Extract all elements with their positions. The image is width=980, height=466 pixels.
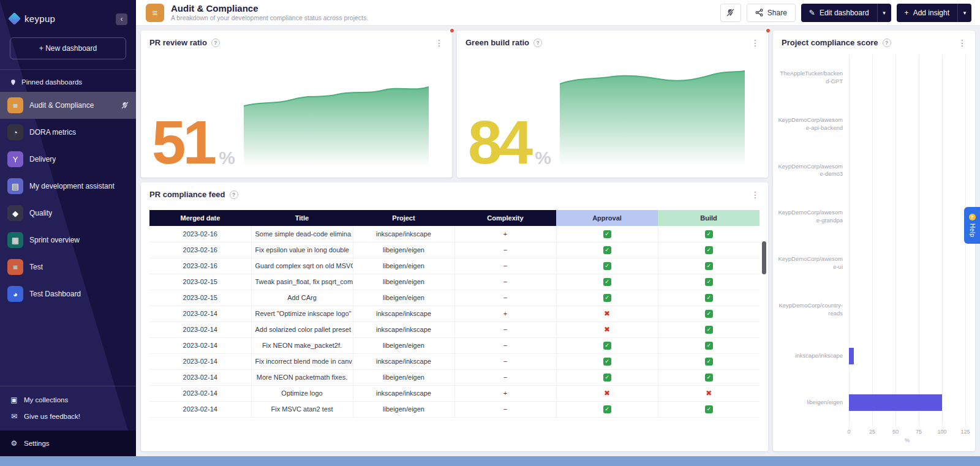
table-cell: inkscape/inkscape xyxy=(353,226,454,242)
table-cell: ✓ xyxy=(658,306,760,321)
fail-cross-icon: ✖ xyxy=(706,389,712,397)
edit-dashboard-menu-button[interactable]: ▾ xyxy=(877,4,891,22)
table-cell: ✓ xyxy=(658,321,760,337)
card-title: PR compliance feed xyxy=(149,190,225,199)
x-axis: % 0255075100125 xyxy=(849,426,965,445)
sidebar-item-label: My development assistant xyxy=(29,182,115,190)
table-cell: libeigen/eigen xyxy=(353,258,454,274)
table-row[interactable]: 2023-02-14Fix incorrect blend mode in ca… xyxy=(149,353,760,369)
sidebar-item-dora-metrics[interactable]: ◔ DORA metrics xyxy=(0,119,136,146)
column-header-approval: Approval xyxy=(556,210,658,226)
alert-dot xyxy=(765,28,771,34)
table-cell: inkscape/inkscape xyxy=(353,306,454,321)
table-cell: inkscape/inkscape xyxy=(353,385,454,401)
table-cell: ✓ xyxy=(658,369,760,385)
table-cell: − xyxy=(454,321,556,337)
table-cell: Fix NEON make_packet2f. xyxy=(251,337,353,353)
bar-row xyxy=(849,148,965,194)
fail-cross-icon: ✖ xyxy=(604,325,610,334)
sidebar-item-sprint-overview[interactable]: ▦ Sprint overview xyxy=(0,227,136,254)
card-menu-button[interactable]: ⋮ xyxy=(435,39,443,47)
page-subtitle: A breakdown of your development complian… xyxy=(171,14,368,22)
help-icon[interactable]: ? xyxy=(533,39,542,47)
bar-category-label: inkscape/inkscape xyxy=(778,333,849,380)
bar-category-label: KeypDemoCorp/awesome-ui xyxy=(778,240,849,287)
table-row[interactable]: 2023-02-15Tweak pasin_float, fix psqrt_c… xyxy=(149,274,760,290)
table-cell: ✖ xyxy=(556,321,658,337)
sidebar-item-label: Delivery xyxy=(29,155,56,163)
table-cell: Add CArg xyxy=(251,290,353,306)
table-row[interactable]: 2023-02-14Fix NEON make_packet2f.libeige… xyxy=(149,337,760,353)
share-button[interactable]: Share xyxy=(747,4,796,22)
sidebar-item-give-us-feedback[interactable]: ✉ Give us feedback! xyxy=(0,408,136,424)
card-menu-button[interactable]: ⋮ xyxy=(958,39,967,47)
score-bar[interactable] xyxy=(849,348,854,364)
pass-check-icon: ✓ xyxy=(603,358,611,366)
table-cell: ✓ xyxy=(556,274,658,290)
help-icon[interactable]: ? xyxy=(883,39,891,47)
table-scrollbar[interactable] xyxy=(762,241,766,274)
score-bar[interactable] xyxy=(849,394,942,411)
column-header-title: Title xyxy=(251,210,353,226)
edit-dashboard-button[interactable]: ✎ Edit dashboard xyxy=(801,4,877,22)
card-menu-button[interactable]: ⋮ xyxy=(751,39,760,47)
pass-check-icon: ✓ xyxy=(603,294,611,302)
sidebar-collapse-button[interactable]: ‹ xyxy=(116,13,127,25)
table-cell: − xyxy=(454,353,556,369)
help-icon[interactable]: ? xyxy=(230,190,238,199)
pr-compliance-feed-card: PR compliance feed ? ⋮ Merged dateTitleP… xyxy=(141,182,768,451)
table-cell: ✓ xyxy=(658,353,760,369)
pass-check-icon: ✓ xyxy=(603,246,611,254)
sidebar-item-quality[interactable]: ◆ Quality xyxy=(0,200,136,227)
add-insight-menu-button[interactable]: ▾ xyxy=(957,4,971,22)
table-row[interactable]: 2023-02-15Add CArglibeigen/eigen−✓✓ xyxy=(149,290,760,306)
help-tab[interactable]: ? Help xyxy=(964,207,980,244)
sidebar-item-settings[interactable]: ⚙ Settings xyxy=(0,430,136,456)
card-menu-button[interactable]: ⋮ xyxy=(751,190,760,199)
fail-cross-icon: ✖ xyxy=(604,389,610,397)
sidebar-item-test[interactable]: ≡ Test xyxy=(0,254,136,280)
table-row[interactable]: 2023-02-14Fix MSVC atan2 testlibeigen/ei… xyxy=(149,401,760,417)
table-cell: ✓ xyxy=(658,242,760,258)
new-dashboard-button[interactable]: + New dashboard xyxy=(10,37,126,59)
table-row[interactable]: 2023-02-16Guard complex sqrt on old MSVC… xyxy=(149,258,760,274)
share-icon xyxy=(755,9,763,17)
fail-cross-icon: ✖ xyxy=(604,309,610,318)
table-row[interactable]: 2023-02-16Some simple dead-code eliminai… xyxy=(149,226,760,242)
bar-category-label: KeypDemoCorp/country-reads xyxy=(778,287,849,333)
sidebar-item-my-development-assistant[interactable]: ▤ My development assistant xyxy=(0,173,136,200)
table-cell: 2023-02-15 xyxy=(149,290,251,306)
add-insight-button[interactable]: + Add insight xyxy=(897,4,957,22)
bar-row xyxy=(849,240,965,287)
pass-check-icon: ✓ xyxy=(705,294,713,302)
edit-dashboard-label: Edit dashboard xyxy=(820,9,869,17)
sidebar-item-test-dashboard[interactable]: ◕ Test Dashboard xyxy=(0,280,136,307)
unpin-icon[interactable] xyxy=(121,102,129,109)
axis-tick-label: 0 xyxy=(847,429,850,435)
table-cell: Optimize logo xyxy=(251,385,353,401)
table-cell: Some simple dead-code elimina xyxy=(251,226,353,242)
divider xyxy=(0,386,136,386)
sidebar-item-audit-compliance[interactable]: ≡ Audit & Compliance xyxy=(0,92,136,119)
table-row[interactable]: 2023-02-14Optimize logoinkscape/inkscape… xyxy=(149,385,760,401)
sidebar-item-my-collections[interactable]: ▣ My collections xyxy=(0,391,136,408)
collections-icon: ▣ xyxy=(10,396,18,404)
table-row[interactable]: 2023-02-14Revert "Optimize inkscape logo… xyxy=(149,306,760,321)
table-cell: ✓ xyxy=(556,353,658,369)
table-row[interactable]: 2023-02-14More NEON packetmath fixes.lib… xyxy=(149,369,760,385)
bar-row xyxy=(849,287,965,333)
help-icon[interactable]: ? xyxy=(211,39,220,47)
sidebar-item-label: Audit & Compliance xyxy=(29,101,94,110)
pass-check-icon: ✓ xyxy=(705,262,713,270)
horizontal-scrollbar[interactable] xyxy=(0,456,980,466)
sidebar-item-label: Test xyxy=(29,263,43,271)
pr-review-chart xyxy=(244,74,429,166)
add-insight-split-button: + Add insight ▾ xyxy=(897,4,971,22)
table-row[interactable]: 2023-02-14Add solarized color pallet pre… xyxy=(149,321,760,337)
pass-check-icon: ✓ xyxy=(705,326,713,334)
pass-check-icon: ✓ xyxy=(603,405,611,413)
table-row[interactable]: 2023-02-16Fix epsilon value in long doub… xyxy=(149,242,760,258)
unpin-dashboard-button[interactable] xyxy=(720,4,741,22)
sidebar-item-delivery[interactable]: Y Delivery xyxy=(0,146,136,173)
column-header-build: Build xyxy=(658,210,760,226)
